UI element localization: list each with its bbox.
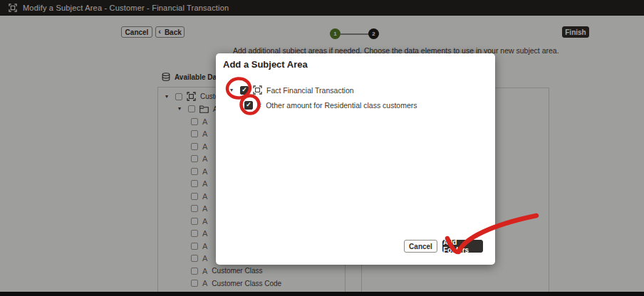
dialog-cancel-label: Cancel [409, 243, 432, 250]
tree-row[interactable]: #Other amount for Residential class cust… [216, 97, 495, 112]
checkbox-checked[interactable] [244, 101, 253, 110]
tree-row[interactable]: ▾Fact Financial Transaction [216, 83, 495, 97]
dialog-cancel-button[interactable]: Cancel [404, 240, 437, 253]
expander-arrow-icon[interactable]: ▾ [230, 88, 236, 93]
checkbox-checked[interactable] [240, 86, 249, 95]
dialog-title: Add a Subject Area [223, 59, 308, 70]
tree-item-label: Other amount for Residential class custo… [266, 101, 417, 110]
app-window: Modify a Subject Area - Customer - Finan… [0, 0, 644, 296]
dialog-tree: ▾Fact Financial Transaction#Other amount… [216, 83, 495, 112]
bottom-frame-bar [0, 292, 644, 296]
add-folders-label: Add Folders [443, 238, 482, 254]
dialog-button-row: Cancel Add Folders [404, 240, 483, 253]
add-subject-area-dialog: Add a Subject Area ▾Fact Financial Trans… [216, 53, 495, 265]
fact-icon [253, 85, 262, 95]
measure-icon: # [257, 101, 261, 110]
add-folders-button[interactable]: Add Folders [442, 240, 483, 253]
tree-item-label: Fact Financial Transaction [266, 86, 354, 95]
